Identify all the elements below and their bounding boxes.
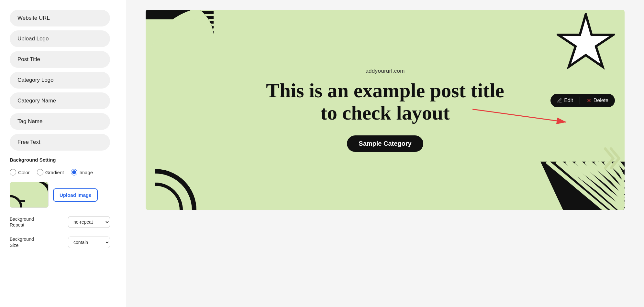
svg-rect-5 [175, 10, 214, 11]
svg-marker-13 [558, 15, 614, 67]
svg-line-18 [560, 162, 625, 210]
deco-arrows [602, 145, 621, 171]
svg-rect-12 [175, 43, 214, 45]
radio-gradient-text: Gradient [45, 170, 64, 175]
background-type-radio-group: Color Gradient Image [10, 169, 116, 175]
svg-rect-8 [175, 24, 214, 26]
radio-gradient-label[interactable]: Gradient [37, 169, 64, 175]
delete-icon [586, 98, 592, 103]
preview-card: addyoururl.com This is an example post t… [146, 10, 625, 210]
svg-line-32 [595, 162, 625, 194]
radio-gradient-input[interactable] [37, 169, 43, 175]
sidebar: Website URL Upload Logo Post Title Categ… [0, 0, 126, 307]
background-repeat-label: Background Repeat [10, 216, 42, 228]
delete-button[interactable]: Delete [580, 94, 615, 107]
svg-rect-6 [175, 14, 214, 16]
background-setting-label: Background Setting [10, 157, 116, 163]
svg-marker-26 [540, 162, 625, 210]
svg-line-24 [618, 162, 625, 169]
main-content: addyoururl.com This is an example post t… [126, 0, 644, 307]
svg-rect-10 [175, 33, 214, 36]
edit-delete-toolbar: Edit Delete [550, 94, 615, 107]
svg-line-27 [547, 162, 625, 210]
preview-center: addyoururl.com This is an example post t… [256, 68, 515, 152]
svg-rect-2 [19, 200, 26, 202]
svg-point-14 [155, 171, 194, 210]
category-name-button[interactable]: Category Name [10, 92, 110, 109]
delete-label: Delete [594, 98, 608, 103]
svg-line-31 [586, 162, 625, 200]
svg-rect-3 [175, 10, 214, 45]
svg-rect-4 [175, 10, 214, 45]
radio-image-input[interactable] [71, 169, 77, 175]
radio-color-input[interactable] [10, 169, 16, 175]
website-url-button[interactable]: Website URL [10, 10, 110, 26]
deco-top-left [146, 10, 214, 78]
svg-line-21 [589, 162, 625, 191]
svg-line-19 [570, 162, 625, 204]
radio-color-text: Color [18, 170, 30, 175]
edit-label: Edit [564, 98, 573, 103]
preview-url: addyoururl.com [256, 68, 515, 74]
background-repeat-select[interactable]: no-repeat repeat repeat-x repeat-y [68, 216, 110, 228]
free-text-button[interactable]: Free Text [10, 134, 110, 151]
post-title-button[interactable]: Post Title [10, 51, 110, 68]
edit-icon [557, 98, 562, 103]
svg-rect-11 [175, 38, 214, 40]
background-size-row: Background Size contain cover auto [10, 236, 110, 248]
svg-marker-16 [540, 162, 625, 210]
preview-title: This is an example post title to check l… [256, 79, 515, 123]
upload-image-button[interactable]: Upload Image [53, 188, 98, 202]
background-size-select[interactable]: contain cover auto [68, 237, 110, 248]
preview-category-button[interactable]: Sample Category [347, 135, 423, 152]
radio-image-text: Image [79, 170, 93, 175]
deco-bottom-right [521, 162, 625, 210]
svg-line-34 [615, 162, 625, 180]
background-size-label: Background Size [10, 236, 42, 248]
upload-logo-button[interactable]: Upload Logo [10, 30, 110, 47]
svg-line-33 [605, 162, 625, 187]
svg-line-23 [608, 162, 625, 177]
svg-rect-7 [175, 19, 214, 21]
svg-marker-25 [540, 162, 625, 210]
svg-line-22 [599, 162, 625, 184]
deco-bottom-left [155, 158, 207, 210]
svg-line-20 [579, 162, 625, 197]
svg-line-29 [566, 162, 625, 210]
svg-line-28 [557, 162, 625, 210]
image-upload-row: Upload Image [10, 182, 116, 208]
tag-name-button[interactable]: Tag Name [10, 113, 110, 130]
svg-rect-9 [175, 28, 214, 31]
svg-point-15 [155, 184, 181, 210]
image-thumbnail [10, 182, 49, 208]
edit-button[interactable]: Edit [550, 94, 580, 107]
background-repeat-row: Background Repeat no-repeat repeat repea… [10, 216, 110, 228]
deco-top-right [557, 13, 615, 71]
category-logo-button[interactable]: Category Logo [10, 72, 110, 89]
svg-rect-0 [10, 182, 48, 207]
svg-line-30 [576, 162, 625, 207]
radio-color-label[interactable]: Color [10, 169, 30, 175]
radio-image-label[interactable]: Image [71, 169, 93, 175]
